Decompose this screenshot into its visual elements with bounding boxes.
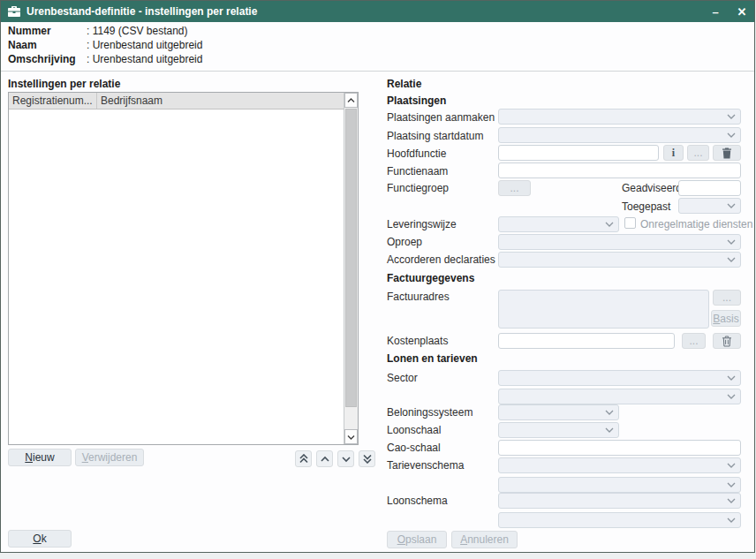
- hoofdfunctie-browse-button[interactable]: ...: [687, 145, 709, 161]
- move-top-button[interactable]: [295, 450, 312, 467]
- header-label-omschrijving: Omschrijving: [8, 53, 76, 65]
- ellipsis-icon: ...: [510, 182, 518, 194]
- chevron-down-icon: [727, 375, 736, 381]
- header-value-omschrijving: : Urenbestand uitgebreid: [87, 53, 202, 65]
- move-up-button[interactable]: [316, 450, 333, 467]
- double-chevron-down-icon: [362, 454, 373, 464]
- kostenplaats-label: Kostenplaats: [387, 335, 448, 347]
- cao-schaal-label: Cao-schaal: [387, 442, 441, 454]
- verwijderen-button[interactable]: Verwijderen: [75, 449, 144, 466]
- kostenplaats-browse-button[interactable]: ...: [682, 333, 706, 349]
- plaatsingen-aanmaken-select[interactable]: [498, 109, 741, 125]
- loonschema-select-2[interactable]: [498, 512, 741, 528]
- geadviseerd-label: Geadviseerd: [622, 182, 682, 194]
- window-title: Urenbestand-definitie - instellingen per…: [26, 5, 257, 18]
- hoofdfunctie-input[interactable]: [498, 145, 659, 161]
- briefcase-icon: [8, 6, 20, 17]
- factuuradres-label: Factuuradres: [387, 291, 450, 303]
- functiegroep-browse-button[interactable]: ...: [498, 180, 531, 196]
- ellipsis-icon: ...: [689, 335, 698, 347]
- header-label-naam: Naam: [8, 39, 37, 51]
- scrollbar-up-button[interactable]: [344, 93, 358, 108]
- cao-schaal-input[interactable]: [498, 440, 741, 456]
- column-header-bedrijfsnaam[interactable]: Bedrijfsnaam: [97, 93, 344, 109]
- functienaam-label: Functienaam: [387, 165, 448, 178]
- plaatsing-startdatum-label: Plaatsing startdatum: [387, 130, 483, 142]
- header-label-nummer: Nummer: [8, 25, 51, 37]
- geadviseerd-input[interactable]: [678, 180, 741, 196]
- kostenplaats-input[interactable]: [498, 333, 675, 349]
- loonschema-select-1[interactable]: [498, 493, 741, 509]
- beloningssysteem-select[interactable]: [498, 404, 619, 420]
- plaatsingen-section-title: Plaatsingen: [387, 94, 446, 107]
- hoofdfunctie-label: Hoofdfunctie: [387, 147, 446, 160]
- close-button[interactable]: ✕: [732, 1, 752, 22]
- left-panel-title: Instellingen per relatie: [8, 78, 120, 90]
- onregelmatige-diensten-label: Onregelmatige diensten: [640, 218, 752, 230]
- chevron-down-icon: [727, 517, 736, 523]
- toegepast-select[interactable]: [678, 198, 741, 214]
- header-value-nummer: : 1149 (CSV bestand): [87, 25, 188, 37]
- nieuw-button[interactable]: Nieuw: [8, 449, 72, 466]
- leveringswijze-select[interactable]: [498, 216, 619, 232]
- header-value-naam: : Urenbestand uitgebreid: [87, 39, 202, 51]
- chevron-down-icon: [341, 456, 352, 463]
- factuuradres-textarea[interactable]: [498, 290, 709, 329]
- factuuradres-browse-button[interactable]: ...: [713, 290, 741, 306]
- chevron-down-icon: [727, 498, 736, 503]
- relatie-section-title: Relatie: [387, 78, 421, 90]
- functiegroep-label: Functiegroep: [387, 182, 449, 194]
- close-icon: ✕: [737, 5, 747, 19]
- table-scrollbar[interactable]: [344, 93, 358, 444]
- loonschema-label: Loonschema: [387, 495, 448, 507]
- trash-icon: [722, 147, 732, 159]
- tarievenschema-label: Tarievenschema: [387, 459, 464, 472]
- functienaam-input[interactable]: [498, 162, 741, 178]
- lonen-en-tarieven-section-title: Lonen en tarieven: [387, 352, 478, 365]
- chevron-down-icon: [727, 257, 736, 262]
- kostenplaats-delete-button[interactable]: [713, 333, 741, 349]
- factuurgegevens-section-title: Factuurgegevens: [387, 272, 474, 284]
- accorderen-declaraties-select[interactable]: [498, 252, 741, 268]
- basis-button[interactable]: Basis: [711, 310, 741, 327]
- annuleren-button[interactable]: Annuleren: [451, 531, 518, 548]
- beloningssysteem-label: Beloningssysteem: [387, 406, 472, 419]
- plaatsingen-aanmaken-label: Plaatsingen aanmaken: [387, 111, 495, 124]
- tarievenschema-select-1[interactable]: [498, 457, 741, 473]
- chevron-down-icon: [605, 222, 614, 227]
- move-down-button[interactable]: [337, 450, 354, 467]
- opslaan-button[interactable]: Opslaan: [387, 531, 447, 548]
- move-bottom-button[interactable]: [359, 450, 375, 467]
- header-separator: [1, 71, 754, 72]
- relaties-table: Registratienum... Bedrijfsnaam: [8, 92, 359, 445]
- sector-select-2[interactable]: [498, 389, 741, 404]
- info-icon: i: [672, 147, 675, 160]
- hoofdfunctie-info-button[interactable]: i: [663, 145, 684, 161]
- chevron-up-icon: [320, 456, 330, 463]
- scrollbar-thumb[interactable]: [345, 109, 357, 407]
- chevron-down-icon: [727, 239, 736, 245]
- ok-button[interactable]: Ok: [8, 530, 72, 548]
- column-header-registratienummer[interactable]: Registratienum...: [9, 93, 97, 109]
- chevron-down-icon: [605, 410, 614, 415]
- chevron-down-icon: [727, 114, 736, 119]
- minimize-button[interactable]: –: [706, 1, 725, 22]
- trash-outline-icon: [722, 336, 732, 347]
- loonschaal-label: Loonschaal: [387, 424, 441, 436]
- sector-select-1[interactable]: [498, 370, 741, 386]
- tarievenschema-select-2[interactable]: [498, 477, 741, 493]
- oproep-select[interactable]: [498, 234, 741, 250]
- scrollbar-down-button[interactable]: [344, 429, 358, 444]
- double-chevron-up-icon: [299, 454, 309, 464]
- toegepast-label: Toegepast: [622, 200, 670, 213]
- hoofdfunctie-delete-button[interactable]: [713, 145, 741, 161]
- ellipsis-icon: ...: [693, 147, 702, 159]
- sector-label: Sector: [387, 372, 418, 384]
- onregelmatige-diensten-checkbox[interactable]: [624, 217, 636, 229]
- chevron-down-icon: [347, 434, 355, 440]
- chevron-down-icon: [727, 482, 736, 487]
- loonschaal-select[interactable]: [498, 422, 619, 438]
- plaatsing-startdatum-select[interactable]: [498, 127, 741, 143]
- table-header: Registratienum... Bedrijfsnaam: [9, 93, 344, 110]
- titlebar: Urenbestand-definitie - instellingen per…: [1, 1, 754, 22]
